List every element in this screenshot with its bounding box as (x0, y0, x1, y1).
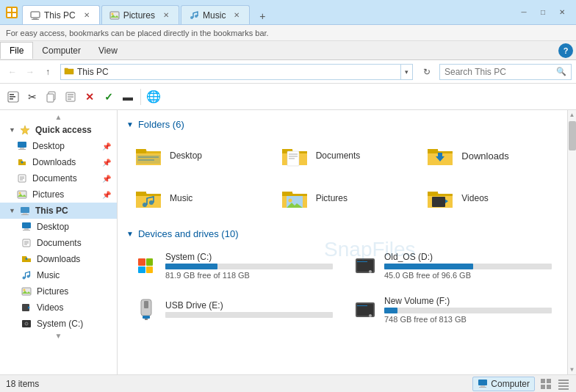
folders-chevron-icon: ▼ (126, 120, 134, 128)
system-c-name: System (C:) (165, 252, 333, 262)
folder-item-documents[interactable]: Documents (273, 137, 413, 174)
sidebar-item-desktop-pc[interactable]: Desktop (0, 219, 117, 235)
check-icon[interactable]: ✓ (100, 87, 118, 106)
pictures-folder-icon (279, 185, 310, 211)
bookmark-bar: For easy access, bookmarks can be placed… (0, 25, 576, 41)
sidebar-item-pictures-qa[interactable]: Pictures 📌 (0, 186, 117, 203)
folders-section-header[interactable]: ▼ Folders (6) (126, 119, 558, 130)
sidebar-item-documents-qa[interactable]: Documents 📌 (0, 170, 117, 186)
ribbon-tab-computer[interactable]: Computer (33, 43, 90, 59)
desktop-folder-label: Desktop (170, 150, 202, 161)
drive-item-usb-e[interactable]: USB Drive (E:) (126, 291, 339, 329)
svg-point-47 (24, 289, 26, 291)
drive-item-system-c[interactable]: System (C:) 81.9 GB free of 118 GB (126, 247, 339, 285)
cut-icon[interactable]: ✂ (24, 87, 41, 106)
scrollbar-thumb[interactable] (569, 121, 576, 150)
svg-rect-32 (21, 207, 29, 213)
svg-rect-91 (478, 380, 487, 385)
app-icon (6, 7, 18, 18)
drives-section-header[interactable]: ▼ Devices and drives (10) (126, 228, 558, 239)
main-area: ▲ ▼ Quick access Desktop 📌 Downloads 📌 (0, 110, 576, 374)
sidebar-this-pc[interactable]: ▼ This PC (0, 203, 117, 219)
sidebar-item-system-c[interactable]: System (C:) (0, 316, 117, 332)
close-button[interactable]: ✕ (554, 7, 570, 18)
minimize-button[interactable]: ─ (516, 7, 532, 18)
tab-music-close[interactable]: ✕ (231, 10, 242, 21)
search-icon: 🔍 (556, 67, 566, 76)
drive-item-old-os-d[interactable]: Old_OS (D:) 45.0 GB free of 96.6 GB (345, 247, 558, 285)
forward-button[interactable]: → (22, 64, 38, 80)
old-os-d-info: Old_OS (D:) 45.0 GB free of 96.6 GB (384, 252, 552, 280)
sidebar-item-pictures-pc[interactable]: Pictures (0, 283, 117, 300)
downloads-folder-label: Downloads (461, 150, 508, 161)
copy-icon[interactable] (43, 87, 60, 106)
folder-item-videos[interactable]: Videos (418, 180, 558, 217)
sidebar-item-desktop-qa[interactable]: Desktop 📌 (0, 138, 117, 154)
drive-item-new-vol-f[interactable]: New Volume (F:) 748 GB free of 813 GB (345, 291, 558, 329)
restore-button[interactable]: □ (535, 7, 551, 18)
sidebar-item-music-pc[interactable]: Music (0, 267, 117, 283)
svg-rect-24 (18, 149, 26, 150)
svg-rect-84 (144, 301, 148, 308)
svg-rect-35 (22, 222, 31, 228)
details-view-button[interactable] (557, 377, 570, 391)
navigation-toolbar: ← → ↑ This PC ▾ ↻ 🔍 (0, 60, 576, 84)
old-os-d-drive-icon (352, 253, 378, 279)
svg-rect-1 (12, 8, 16, 12)
svg-rect-86 (145, 319, 148, 320)
svg-rect-85 (143, 316, 150, 319)
select-icon[interactable]: ▬ (119, 87, 137, 106)
back-button[interactable]: ← (4, 64, 21, 80)
usb-e-info: USB Drive (E:) (165, 300, 333, 319)
tab-music-label: Music (203, 10, 226, 21)
sidebar-item-downloads-pc[interactable]: Downloads (0, 251, 117, 267)
svg-rect-43 (26, 258, 27, 260)
svg-rect-92 (480, 385, 485, 387)
sidebar-item-downloads-qa[interactable]: Downloads 📌 (0, 154, 117, 170)
sidebar: ▲ ▼ Quick access Desktop 📌 Downloads 📌 (0, 110, 118, 374)
sidebar-quick-access-header[interactable]: ▼ Quick access (0, 122, 117, 138)
this-pc-label: This PC (35, 206, 68, 216)
address-dropdown-button[interactable]: ▾ (400, 64, 412, 80)
folder-item-pictures[interactable]: Pictures (273, 180, 413, 217)
properties-icon[interactable] (4, 87, 22, 106)
scroll-up-arrow[interactable]: ▲ (568, 110, 576, 120)
status-bar: 18 items Computer (0, 374, 576, 392)
delete-icon[interactable]: ✕ (81, 87, 98, 106)
sidebar-scroll-down[interactable]: ▼ (0, 332, 117, 341)
documents-qa-icon (16, 173, 28, 184)
new-vol-f-info: New Volume (F:) 748 GB free of 813 GB (384, 296, 552, 324)
svg-rect-93 (479, 387, 486, 388)
new-tab-button[interactable]: + (254, 8, 270, 24)
rename-icon[interactable] (62, 87, 79, 106)
sidebar-item-videos-pc[interactable]: Videos (0, 300, 117, 316)
downloads-qa-pin-icon: 📌 (102, 159, 111, 167)
downloads-qa-icon (16, 156, 28, 168)
search-input[interactable] (444, 67, 556, 77)
scrollbar[interactable]: ▲ ▼ (567, 110, 576, 374)
up-button[interactable]: ↑ (40, 64, 56, 80)
folder-item-downloads[interactable]: Downloads (418, 137, 558, 174)
tab-this-pc-close[interactable]: ✕ (82, 10, 92, 21)
help-button[interactable]: ? (558, 43, 573, 58)
tab-this-pc[interactable]: This PC ✕ (22, 5, 100, 24)
svg-rect-3 (12, 13, 16, 17)
large-icons-view-button[interactable] (539, 377, 552, 391)
quick-access-star-icon (19, 124, 31, 136)
scroll-down-arrow[interactable]: ▼ (568, 365, 576, 374)
address-bar[interactable]: This PC ▾ (60, 64, 413, 80)
folder-item-desktop[interactable]: Desktop (126, 137, 267, 174)
search-box[interactable]: 🔍 (439, 64, 572, 80)
ribbon-tab-file[interactable]: File (0, 42, 33, 59)
ribbon-tab-view[interactable]: View (90, 43, 126, 59)
refresh-button[interactable]: ↻ (419, 64, 435, 80)
globe-icon[interactable]: 🌐 (145, 87, 162, 106)
sidebar-scroll-up[interactable]: ▲ (0, 113, 117, 122)
folder-item-music[interactable]: Music (126, 180, 267, 217)
usb-e-bar-bg (165, 312, 333, 318)
tab-pictures[interactable]: Pictures ✕ (101, 5, 179, 24)
tab-music[interactable]: Music ✕ (181, 5, 250, 24)
svg-rect-57 (138, 159, 154, 161)
sidebar-item-documents-pc[interactable]: Documents (0, 235, 117, 251)
tab-pictures-close[interactable]: ✕ (161, 10, 171, 21)
